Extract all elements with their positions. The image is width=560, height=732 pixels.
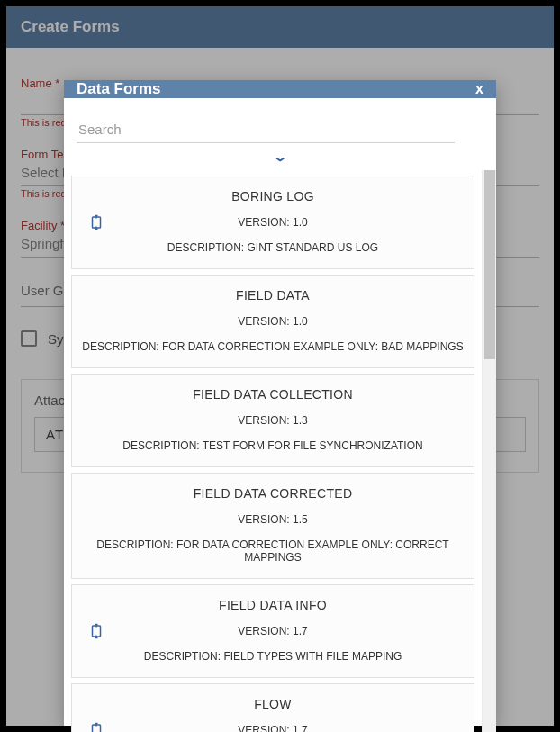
form-card-title: BORING LOG: [79, 189, 466, 203]
form-card-description: DESCRIPTION: FIELD TYPES WITH FILE MAPPI…: [79, 650, 466, 663]
svg-rect-1: [93, 626, 101, 637]
form-card-version: VERSION: 1.7: [79, 724, 466, 732]
form-card-description: DESCRIPTION: FOR DATA CORRECTION EXAMPLE…: [79, 538, 466, 564]
form-card[interactable]: FLOWVERSION: 1.7DESCRIPTION: FLOW: [71, 683, 474, 732]
form-card-version: VERSION: 1.0: [79, 216, 466, 229]
scrollbar[interactable]: ▾: [482, 170, 496, 732]
forms-list: BORING LOGVERSION: 1.0DESCRIPTION: GINT …: [64, 170, 482, 732]
svg-rect-0: [93, 217, 101, 228]
form-card-description: DESCRIPTION: GINT STANDARD US LOG: [79, 241, 466, 254]
form-card[interactable]: FIELD DATA CORRECTEDVERSION: 1.5DESCRIPT…: [71, 473, 474, 579]
form-card-version: VERSION: 1.5: [79, 513, 466, 526]
form-card[interactable]: FIELD DATA INFOVERSION: 1.7DESCRIPTION: …: [71, 584, 474, 678]
form-icon: [88, 722, 104, 732]
scrollbar-thumb[interactable]: [484, 170, 495, 359]
form-card-title: FIELD DATA INFO: [79, 598, 466, 612]
form-icon-svg: [88, 214, 104, 230]
form-card-version: VERSION: 1.0: [79, 315, 466, 328]
form-icon: [88, 623, 104, 639]
form-card-title: FIELD DATA COLLECTION: [79, 387, 466, 402]
form-card-description: DESCRIPTION: FOR DATA CORRECTION EXAMPLE…: [79, 340, 466, 353]
form-card[interactable]: FIELD DATAVERSION: 1.0DESCRIPTION: FOR D…: [71, 275, 474, 368]
form-card[interactable]: BORING LOGVERSION: 1.0DESCRIPTION: GINT …: [71, 176, 474, 269]
form-card-version: VERSION: 1.3: [79, 414, 466, 427]
form-card-title: FIELD DATA CORRECTED: [79, 486, 466, 501]
modal-header: Data Forms x: [64, 80, 496, 98]
chevron-down-icon[interactable]: ⌄: [273, 149, 288, 164]
form-card-description: DESCRIPTION: TEST FORM FOR FILE SYNCHRON…: [79, 439, 466, 452]
search-input[interactable]: [77, 118, 455, 143]
form-card[interactable]: FIELD DATA COLLECTIONVERSION: 1.3DESCRIP…: [71, 374, 474, 467]
form-icon-svg: [88, 722, 104, 732]
close-icon[interactable]: x: [475, 81, 483, 97]
form-card-title: FIELD DATA: [79, 288, 466, 303]
modal-title: Data Forms: [77, 80, 161, 98]
data-forms-modal: Data Forms x ⌄ BORING LOGVERSION: 1.0DES…: [64, 80, 496, 726]
form-card-version: VERSION: 1.7: [79, 625, 466, 637]
form-card-title: FLOW: [79, 697, 466, 711]
form-icon-svg: [88, 623, 104, 639]
form-icon: [88, 214, 104, 230]
